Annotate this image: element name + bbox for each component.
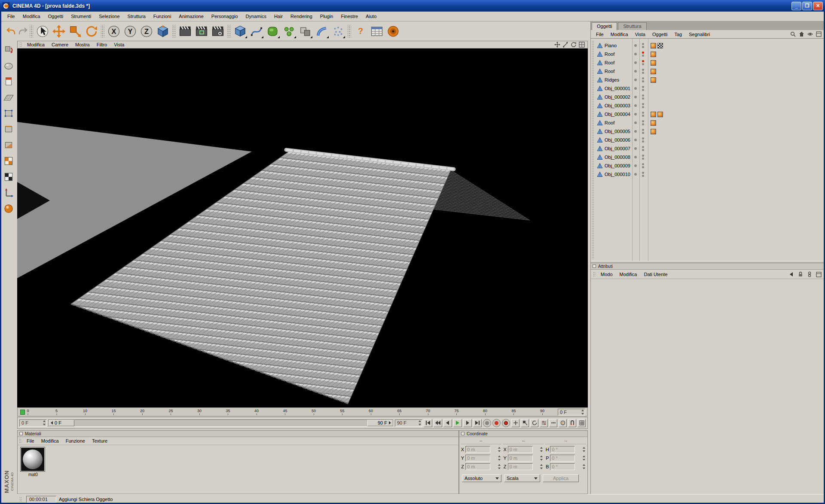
home-button[interactable]	[798, 31, 805, 38]
object-name[interactable]: Roof	[605, 120, 632, 125]
record-scale-toggle[interactable]	[521, 419, 529, 427]
history-back-button[interactable]	[788, 271, 795, 278]
layer-dot-icon[interactable]	[634, 70, 637, 73]
panel-grip[interactable]	[19, 438, 22, 444]
menu-item-modifica[interactable]: Modifica	[607, 31, 632, 38]
menu-item-selezione[interactable]: Selezione	[95, 12, 123, 20]
menu-item-finestre[interactable]: Finestre	[337, 12, 362, 20]
panel-grip[interactable]	[593, 272, 596, 277]
render-region-button[interactable]	[193, 23, 210, 39]
menu-item-segnalibri[interactable]: Segnalibri	[685, 31, 713, 38]
end-frame-spinner[interactable]	[418, 419, 422, 426]
visibility-toggles[interactable]	[642, 86, 644, 91]
materials-panel-header[interactable]: Materiali	[18, 431, 458, 437]
viewport-menubar[interactable]: ModificaCamereMostraFiltroVista	[17, 41, 588, 49]
array-button[interactable]	[281, 23, 297, 39]
menu-item-file[interactable]: File	[593, 31, 607, 38]
texture-mode-button[interactable]	[2, 155, 15, 167]
menu-item-file[interactable]: File	[3, 12, 19, 20]
lock-z-button[interactable]: Z	[138, 23, 155, 39]
frame-display-box[interactable]: 0 F	[558, 409, 585, 416]
menu-item-mostra[interactable]: Mostra	[72, 41, 93, 48]
help-button[interactable]: ?	[352, 23, 369, 39]
visibility-toggles[interactable]	[642, 172, 644, 177]
menu-item-rendering[interactable]: Rendering	[287, 12, 316, 20]
visibility-toggles[interactable]	[642, 129, 644, 134]
end-frame-box[interactable]: 90 F	[395, 419, 422, 427]
range-end-handle[interactable]: 90 F	[367, 420, 393, 426]
render-queue-button[interactable]	[385, 23, 401, 39]
object-name[interactable]: Ridges	[605, 77, 632, 82]
pan-view-button[interactable]	[554, 42, 561, 48]
layer-dot-icon[interactable]	[634, 96, 637, 98]
coordinates-panel-header[interactable]: Coordinate	[459, 431, 587, 437]
menu-item-plugin[interactable]: Plugin	[316, 12, 337, 20]
attributes-menubar[interactable]: ModoModificaDati Utente	[591, 270, 825, 279]
viewport-canvas[interactable]	[17, 49, 588, 407]
visibility-toggles[interactable]	[642, 112, 644, 117]
titlebar[interactable]: CINEMA 4D - [prova falde.3ds *] _ ❐ ✕	[0, 0, 825, 12]
panel-grip[interactable]	[19, 42, 22, 48]
scale-dropdown[interactable]: Scala	[504, 474, 540, 482]
playhead-marker[interactable]	[20, 410, 25, 415]
panel-pin-checkbox[interactable]	[593, 264, 596, 268]
environment-button[interactable]	[330, 23, 346, 39]
visibility-toggles[interactable]	[642, 43, 644, 48]
layer-dot-icon[interactable]	[634, 104, 637, 107]
model-mode-button[interactable]	[2, 59, 15, 72]
menu-item-modo[interactable]: Modo	[597, 271, 616, 278]
menu-item-struttura[interactable]: Struttura	[124, 12, 150, 20]
menu-item-oggetti[interactable]: Oggetti	[44, 12, 67, 20]
menu-item-animazione[interactable]: Animazione	[175, 12, 207, 20]
menu-item-filtro[interactable]: Filtro	[93, 41, 110, 48]
snap-mode-button[interactable]	[2, 202, 15, 215]
layer-dot-icon[interactable]	[634, 121, 637, 124]
layer-dot-icon[interactable]	[634, 53, 637, 55]
material-name[interactable]: mat0	[21, 471, 46, 477]
menu-item-hair[interactable]: Hair	[270, 12, 287, 20]
spinner-pos-y[interactable]	[497, 455, 501, 461]
autokeying-button[interactable]	[502, 419, 510, 427]
workplane-button[interactable]	[2, 91, 15, 104]
phong-tag-icon[interactable]	[651, 60, 656, 66]
object-name[interactable]: Roof	[605, 60, 632, 65]
layer-dot-icon[interactable]	[634, 164, 637, 167]
visibility-toggles[interactable]	[642, 155, 644, 160]
menu-item-strumenti[interactable]: Strumenti	[67, 12, 95, 20]
menu-item-modifica[interactable]: Modifica	[616, 271, 641, 278]
layer-dot-icon[interactable]	[634, 173, 637, 176]
field-size-z[interactable]: 0 m	[508, 463, 533, 470]
move-tool-button[interactable]	[51, 23, 67, 39]
materials-menubar[interactable]: FileModificaFunzioneTexture	[18, 437, 458, 445]
timeline-range-slider[interactable]: 0 F 90 F	[48, 419, 394, 427]
object-name[interactable]: Obj_000002	[605, 94, 632, 100]
search-button[interactable]	[789, 31, 796, 38]
visibility-toggles[interactable]	[642, 137, 644, 143]
size-column-header[interactable]: --	[503, 438, 544, 444]
object-list[interactable]: PianoRoofRoofRoofRidgesObj_000001Obj_000…	[591, 39, 825, 261]
maximize-button[interactable]: ❐	[802, 2, 812, 10]
phong-tag-icon[interactable]	[651, 52, 656, 57]
object-row[interactable]: Obj_000002	[591, 93, 825, 101]
rotation-column-header[interactable]: --	[545, 438, 586, 444]
object-name[interactable]: Obj_000008	[605, 155, 632, 160]
layer-dot-icon[interactable]	[634, 61, 637, 64]
phong-tag-icon[interactable]	[651, 112, 656, 117]
material-thumbnail[interactable]	[21, 447, 45, 471]
lock-x-button[interactable]: X	[106, 23, 122, 39]
phong-tag-icon[interactable]	[651, 129, 656, 134]
timeline-ruler-track[interactable]: 051015202530354045505560657075808590	[18, 408, 552, 416]
object-manager-menu[interactable]: FileModificaVistaOggettiTagSegnalibri	[593, 31, 713, 38]
field-size-y[interactable]: 0 m	[508, 455, 533, 461]
render-settings-button[interactable]	[210, 23, 226, 39]
spline-button[interactable]	[248, 23, 265, 39]
layer-dot-icon[interactable]	[634, 79, 637, 81]
points-mode-button[interactable]	[2, 107, 15, 120]
object-row[interactable]: Piano	[591, 41, 825, 50]
object-row[interactable]: Obj_000005	[591, 127, 825, 136]
hypernurbs-button[interactable]	[265, 23, 281, 39]
texture-tag-icon[interactable]	[657, 43, 663, 49]
tab-oggetti[interactable]: Oggetti	[592, 22, 617, 30]
object-row[interactable]: Obj_000006	[591, 136, 825, 144]
menu-item-modifica[interactable]: Modifica	[38, 437, 62, 444]
